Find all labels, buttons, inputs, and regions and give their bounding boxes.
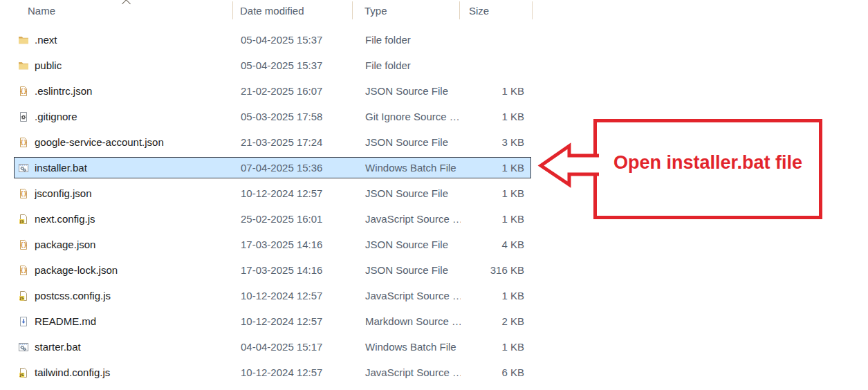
file-type: Windows Batch File (353, 162, 461, 174)
file-date-modified: 21-03-2025 17:24 (234, 136, 353, 148)
js-icon: JS (18, 367, 29, 378)
file-name-label: .eslintrc.json (35, 85, 92, 97)
file-date-modified: 17-03-2025 14:16 (234, 264, 353, 276)
file-row[interactable]: .next 05-04-2025 15:37 File folder (14, 27, 531, 53)
file-size: 1 KB (461, 187, 532, 199)
folder-icon (18, 35, 29, 46)
svg-text:{}: {} (20, 87, 27, 94)
file-name-cell: {} package-lock.json (15, 264, 234, 276)
json-icon: {} (18, 86, 29, 97)
file-size: 4 KB (461, 239, 532, 250)
file-row[interactable]: installer.bat 07-04-2025 15:36 Windows B… (14, 157, 531, 178)
column-header-row: Name Date modified Type Size (14, 0, 533, 21)
file-size: 1 KB (461, 341, 532, 353)
column-header-size[interactable]: Size (460, 1, 533, 19)
file-name-label: package-lock.json (35, 264, 118, 276)
annotation-box: Open installer.bat file (593, 119, 822, 219)
file-name-label: jsconfig.json (35, 187, 92, 199)
json-icon: {} (18, 137, 29, 148)
column-header-type[interactable]: Type (353, 1, 460, 19)
file-row[interactable]: JS next.config.js 25-02-2025 16:01 JavaS… (14, 206, 531, 232)
file-name-label: .next (35, 34, 57, 46)
json-icon: {} (18, 239, 29, 250)
file-size: 1 KB (461, 85, 532, 97)
file-type: JSON Source File (353, 85, 461, 97)
annotation-label: Open installer.bat file (613, 151, 802, 216)
svg-text:{}: {} (20, 138, 27, 145)
column-header-type-label: Type (364, 5, 387, 17)
file-row[interactable]: {} jsconfig.json 10-12-2024 12:57 JSON S… (14, 180, 531, 206)
file-row[interactable]: JS tailwind.config.js 10-12-2024 12:57 J… (14, 360, 531, 385)
file-size: 1 KB (461, 162, 532, 174)
file-row[interactable]: README.md 10-12-2024 12:57 Markdown Sour… (14, 308, 531, 334)
file-date-modified: 07-04-2025 15:36 (234, 162, 353, 174)
file-row[interactable]: starter.bat 04-04-2025 15:17 Windows Bat… (14, 334, 531, 360)
file-type: JSON Source File (353, 136, 461, 148)
column-header-date-modified[interactable]: Date modified (233, 1, 353, 19)
file-size: 316 KB (461, 264, 532, 276)
batch-icon (18, 162, 29, 174)
file-size: 1 KB (461, 213, 532, 225)
batch-icon (18, 342, 29, 353)
file-name-cell: {} .eslintrc.json (15, 85, 234, 97)
gitignore-icon (18, 111, 29, 122)
folder-icon (18, 60, 29, 71)
column-header-size-label: Size (469, 5, 489, 17)
column-header-date-modified-label: Date modified (240, 5, 304, 17)
file-row[interactable]: JS postcss.config.js 10-12-2024 12:57 Ja… (14, 283, 531, 308)
file-name-cell: JS postcss.config.js (15, 290, 234, 301)
file-name-label: README.md (35, 315, 96, 327)
file-size: 3 KB (461, 136, 532, 148)
json-icon: {} (18, 265, 29, 276)
file-name-label: package.json (35, 239, 95, 250)
file-size: 6 KB (461, 366, 532, 378)
svg-text:{}: {} (20, 266, 27, 273)
file-name-cell: {} jsconfig.json (15, 187, 234, 199)
column-header-name[interactable]: Name (14, 1, 233, 19)
column-header-name-label: Name (28, 5, 55, 17)
file-name-label: tailwind.config.js (35, 366, 110, 378)
svg-text:{}: {} (20, 189, 27, 196)
file-name-label: postcss.config.js (35, 290, 111, 301)
file-name-label: starter.bat (35, 341, 81, 353)
file-date-modified: 10-12-2024 12:57 (234, 290, 353, 301)
file-date-modified: 05-04-2025 15:37 (234, 34, 353, 46)
file-size: 1 KB (461, 290, 532, 301)
svg-text:{}: {} (20, 241, 27, 248)
file-date-modified: 17-03-2025 14:16 (234, 239, 353, 250)
file-name-cell: installer.bat (15, 162, 234, 174)
file-date-modified: 10-12-2024 12:57 (234, 315, 353, 327)
file-row[interactable]: {} .eslintrc.json 21-02-2025 16:07 JSON … (14, 78, 531, 104)
file-type: File folder (353, 59, 461, 71)
markdown-icon (18, 316, 29, 327)
file-date-modified: 04-04-2025 15:17 (234, 341, 353, 353)
file-row[interactable]: public 05-04-2025 15:37 File folder (14, 53, 531, 78)
file-date-modified: 10-12-2024 12:57 (234, 187, 353, 199)
file-name-label: .gitignore (35, 111, 77, 122)
file-type: JSON Source File (353, 239, 461, 250)
file-name-label: next.config.js (35, 213, 95, 225)
file-row[interactable]: {} google-service-account.json 21-03-202… (14, 129, 531, 155)
file-list: .next 05-04-2025 15:37 File folder publi… (14, 27, 531, 385)
file-date-modified: 10-12-2024 12:57 (234, 366, 353, 378)
file-name-cell: {} google-service-account.json (15, 136, 234, 148)
file-size: 1 KB (461, 111, 532, 122)
file-date-modified: 21-02-2025 16:07 (234, 85, 353, 97)
file-name-cell: README.md (15, 315, 234, 327)
file-date-modified: 25-02-2025 16:01 (234, 213, 353, 225)
file-name-cell: .gitignore (15, 111, 234, 122)
file-name-label: public (35, 59, 62, 71)
svg-text:JS: JS (19, 373, 24, 378)
file-explorer-window: Name Date modified Type Size .next 05-04… (0, 0, 868, 390)
file-row[interactable]: {} package.json 17-03-2025 14:16 JSON So… (14, 232, 531, 257)
file-type: JavaScript Source … (353, 366, 461, 378)
file-type: Git Ignore Source … (353, 111, 461, 122)
file-date-modified: 05-04-2025 15:37 (234, 59, 353, 71)
file-row[interactable]: .gitignore 05-03-2025 17:58 Git Ignore S… (14, 104, 531, 129)
file-name-label: google-service-account.json (35, 136, 164, 148)
file-type: File folder (353, 34, 461, 46)
file-name-cell: starter.bat (15, 341, 234, 353)
file-row[interactable]: {} package-lock.json 17-03-2025 14:16 JS… (14, 257, 531, 283)
file-name-cell: public (15, 59, 234, 71)
file-name-cell: .next (15, 34, 234, 46)
